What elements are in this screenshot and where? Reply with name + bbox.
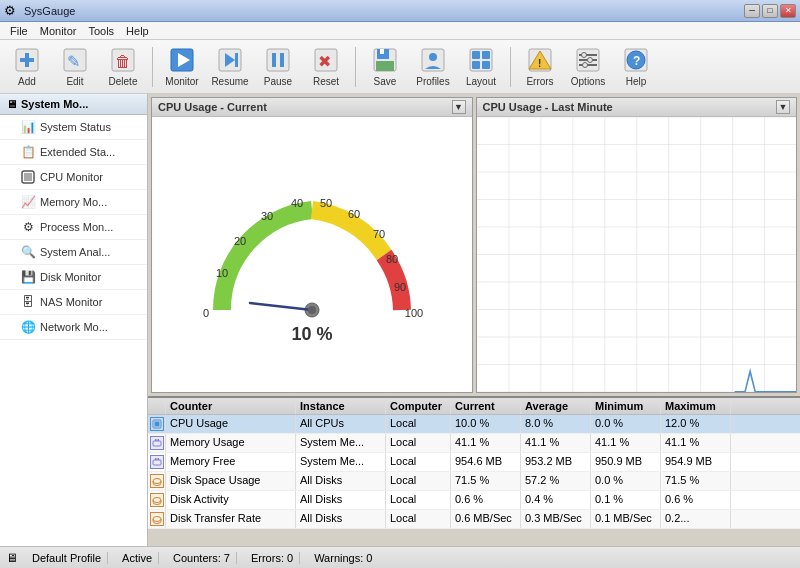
close-button[interactable]: ✕ [780,4,796,18]
sidebar-item-process-monitor[interactable]: ⚙ Process Mon... [0,215,147,240]
sidebar-item-network-monitor[interactable]: 🌐 Network Mo... [0,315,147,340]
row-instance: System Me... [296,453,386,471]
row-icon-cell [148,472,166,490]
resume-label: Resume [211,76,248,87]
menu-monitor[interactable]: Monitor [34,24,83,38]
sidebar-item-disk-monitor[interactable]: 💾 Disk Monitor [0,265,147,290]
svg-text:✎: ✎ [67,53,80,70]
row-icon-cell [148,510,166,528]
profiles-button[interactable]: Profiles [410,43,456,91]
system-status-icon: 📊 [20,119,36,135]
svg-point-93 [153,517,161,522]
col-header-computer: Computer [386,398,451,414]
sidebar-item-memory-monitor[interactable]: 📈 Memory Mo... [0,190,147,215]
sidebar-header: 🖥 System Mo... [0,94,147,115]
save-label: Save [374,76,397,87]
delete-button[interactable]: 🗑 Delete [100,43,146,91]
svg-text:40: 40 [291,197,303,209]
svg-rect-12 [267,49,289,71]
table-row[interactable]: Memory Free System Me... Local 954.6 MB … [148,453,800,472]
table-row[interactable]: Disk Space Usage All Disks Local 71.5 % … [148,472,800,491]
svg-rect-26 [472,61,480,69]
profiles-label: Profiles [416,76,449,87]
row-current: 71.5 % [451,472,521,490]
content-area: CPU Usage - Current ▼ [148,94,800,546]
svg-rect-24 [472,51,480,59]
row-instance: All Disks [296,472,386,490]
table-row[interactable]: CPU Usage All CPUs Local 10.0 % 8.0 % 0.… [148,415,800,434]
row-minimum: 0.0 % [591,415,661,433]
svg-text:50: 50 [320,197,332,209]
svg-point-87 [153,479,161,484]
table-row[interactable]: Disk Activity All Disks Local 0.6 % 0.4 … [148,491,800,510]
row-minimum: 950.9 MB [591,453,661,471]
chart-collapse-button-right[interactable]: ▼ [776,100,790,114]
sidebar-item-system-analysis[interactable]: 🔍 System Anal... [0,240,147,265]
cpu-lastminute-chart-header: CPU Usage - Last Minute ▼ [477,98,797,117]
table-row[interactable]: Disk Transfer Rate All Disks Local 0.6 M… [148,510,800,529]
table-row[interactable]: Memory Usage System Me... Local 41.1 % 4… [148,434,800,453]
cpu-row-icon [150,417,164,431]
chart-collapse-button[interactable]: ▼ [452,100,466,114]
pause-label: Pause [264,76,292,87]
row-average: 0.4 % [521,491,591,509]
help-button[interactable]: ? Help [613,43,659,91]
row-computer: Local [386,453,451,471]
svg-rect-80 [155,422,160,427]
svg-rect-2 [20,58,34,62]
col-header-maximum: Maximum [661,398,731,414]
row-average: 953.2 MB [521,453,591,471]
minimize-button[interactable]: ─ [744,4,760,18]
reset-button[interactable]: ✖ Reset [303,43,349,91]
svg-text:✖: ✖ [318,53,331,70]
row-computer: Local [386,510,451,528]
row-maximum: 71.5 % [661,472,731,490]
options-label: Options [571,76,605,87]
maximize-button[interactable]: □ [762,4,778,18]
add-button[interactable]: Add [4,43,50,91]
add-label: Add [18,76,36,87]
svg-rect-86 [158,458,160,460]
sidebar-header-icon: 🖥 [6,98,17,110]
row-average: 8.0 % [521,415,591,433]
lastminute-svg [477,117,797,392]
disk-monitor-icon: 💾 [20,269,36,285]
save-button[interactable]: Save [362,43,408,91]
svg-text:70: 70 [373,228,385,240]
toolbar: Add ✎ Edit 🗑 Delete Monitor [0,40,800,94]
delete-label: Delete [109,76,138,87]
monitor-button[interactable]: Monitor [159,43,205,91]
row-instance: All Disks [296,510,386,528]
sidebar-header-label: System Mo... [21,98,88,110]
svg-rect-19 [380,49,384,54]
status-profile: Default Profile [26,552,108,564]
layout-button[interactable]: Layout [458,43,504,91]
sidebar-item-system-status[interactable]: 📊 System Status [0,115,147,140]
edit-icon: ✎ [61,46,89,74]
status-profile-label: Default Profile [32,552,101,564]
errors-button[interactable]: ! Errors [517,43,563,91]
row-counter: Disk Activity [166,491,296,509]
sidebar: 🖥 System Mo... 📊 System Status 📋 Extende… [0,94,148,546]
svg-point-35 [582,53,587,58]
menu-help[interactable]: Help [120,24,155,38]
svg-text:🗑: 🗑 [115,53,131,70]
help-label: Help [626,76,647,87]
pause-button[interactable]: Pause [255,43,301,91]
menu-tools[interactable]: Tools [82,24,120,38]
sidebar-item-nas-monitor[interactable]: 🗄 NAS Monitor [0,290,147,315]
sidebar-item-cpu-monitor[interactable]: CPU Monitor [0,165,147,190]
cpu-lastminute-body [477,117,797,392]
status-warnings: Warnings: 0 [308,552,378,564]
menu-file[interactable]: File [4,24,34,38]
sidebar-item-extended-status[interactable]: 📋 Extended Sta... [0,140,147,165]
edit-button[interactable]: ✎ Edit [52,43,98,91]
svg-text:90: 90 [394,281,406,293]
sidebar-item-label: Extended Sta... [40,146,115,158]
row-counter: Disk Space Usage [166,472,296,490]
memory-monitor-icon: 📈 [20,194,36,210]
options-button[interactable]: Options [565,43,611,91]
row-icon-cell [148,491,166,509]
resume-button[interactable]: Resume [207,43,253,91]
svg-text:10 %: 10 % [291,324,332,344]
